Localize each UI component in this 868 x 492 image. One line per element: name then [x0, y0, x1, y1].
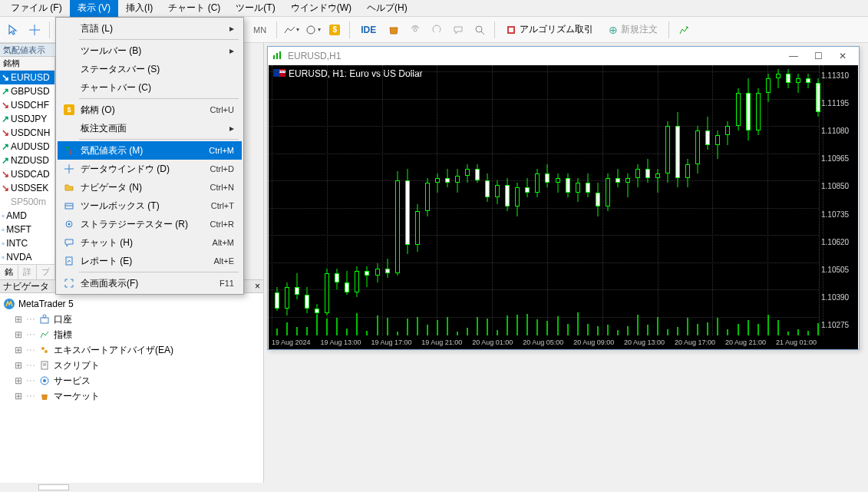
symbol-row-USDCAD[interactable]: ↘USDCAD [0, 167, 54, 181]
expander-icon[interactable]: ⊞ [14, 375, 23, 386]
maximize-button[interactable]: ☐ [807, 48, 830, 64]
symbol-row-EURUSD[interactable]: ↘EURUSD [0, 71, 54, 84]
menu-item[interactable]: 言語 (L)▸ [58, 19, 242, 38]
menu-item[interactable]: ストラテジーテスター (R)Ctrl+R [58, 215, 242, 233]
menu-item[interactable]: 全画面表示(F)F11 [58, 274, 242, 292]
vps-button[interactable] [427, 20, 447, 40]
nav-item-5[interactable]: ⊞⋯マーケット [0, 388, 263, 404]
y-label: 1.11080 [821, 127, 856, 135]
chart-area: EURUSD,H1 — ☐ ✕ EURUSD, H1: Euro vs US D… [264, 43, 868, 492]
menu-item[interactable]: ツールバー (B)▸ [58, 41, 242, 60]
menu-item[interactable]: ツールボックス (T)Ctrl+T [58, 196, 242, 215]
arrows-icon [62, 144, 76, 157]
menu-item[interactable]: ナビゲータ (N)Ctrl+N [58, 178, 242, 196]
nav-item-2[interactable]: ⊞⋯エキスパートアドバイザ(EA) [0, 342, 263, 358]
expander-icon[interactable]: ⊞ [14, 314, 23, 325]
crosshair-button[interactable] [25, 20, 45, 40]
symbol-row-GBPUSD[interactable]: ↗GBPUSD [0, 84, 54, 98]
autotrade-icon[interactable] [674, 20, 694, 40]
menu-5[interactable]: ウインドウ(W) [283, 0, 359, 17]
y-label: 1.10735 [821, 210, 856, 219]
menu-6[interactable]: ヘルプ(H) [359, 0, 415, 17]
symbol-row-USDCHF[interactable]: ↘USDCHF [0, 98, 54, 112]
menu-item[interactable]: $銘柄 (O)Ctrl+U [58, 101, 242, 119]
symbol-row-AMD[interactable]: ◦AMD [0, 209, 54, 223]
mw-tab-1[interactable]: 詳細 [18, 265, 37, 279]
menu-item[interactable]: チャット (H)Alt+M [58, 233, 242, 252]
chart-title-text: EURUSD,H1 [288, 51, 341, 61]
symbol-row-USDCNH[interactable]: ↘USDCNH [0, 126, 54, 140]
expander-icon[interactable]: ⊞ [14, 329, 23, 340]
minimize-button[interactable]: — [782, 48, 805, 64]
symbol-row-USDJPY[interactable]: ↗USDJPY [0, 112, 54, 126]
signal-button[interactable] [405, 20, 425, 40]
svg-point-15 [43, 379, 46, 382]
y-label: 1.10505 [821, 266, 856, 274]
y-label: 1.10620 [821, 238, 856, 246]
metatrader-icon [3, 298, 15, 310]
box-icon [62, 199, 76, 213]
chart-titlebar[interactable]: EURUSD,H1 — ☐ ✕ [268, 47, 859, 65]
nav-item-0[interactable]: ⊞⋯口座 [0, 312, 263, 327]
full-icon [62, 276, 76, 290]
chat-button[interactable] [448, 20, 468, 40]
svg-point-8 [43, 315, 46, 318]
cursor-button[interactable] [3, 20, 23, 40]
x-label: 20 Aug 21:00 [725, 338, 766, 346]
menu-item[interactable]: 板注文画面▸ [58, 119, 242, 137]
separator [49, 21, 50, 38]
separator [668, 21, 669, 38]
chat-icon [62, 236, 76, 249]
x-label: 20 Aug 01:00 [472, 338, 513, 346]
nav-icon-4 [38, 375, 51, 387]
new-order-button[interactable]: ⊕新規注文 [602, 20, 664, 40]
symbol-row-USDSEK[interactable]: ↘USDSEK [0, 181, 54, 195]
mw-tab-0[interactable]: 銘柄 [0, 265, 18, 279]
menu-item[interactable]: チャートバー (C) [58, 78, 242, 97]
nav-icon-2 [38, 344, 51, 356]
close-icon[interactable]: × [255, 281, 260, 292]
menu-3[interactable]: チャート (C) [160, 0, 228, 17]
menu-0[interactable]: ファイル (F) [3, 0, 70, 17]
nav-root[interactable]: MetaTrader 5 [0, 296, 263, 312]
dollar-icon-button[interactable]: $ [325, 20, 345, 40]
tf-MN[interactable]: MN [248, 21, 272, 39]
mw-column-header[interactable]: 銘柄 [0, 57, 54, 71]
market-button[interactable] [384, 20, 404, 40]
menu-4[interactable]: ツール(T) [228, 0, 282, 17]
market-watch-tabs: 銘柄詳細プライスボードティック [0, 264, 55, 279]
menu-item[interactable]: ステータスバー (S) [58, 60, 242, 78]
menu-2[interactable]: 挿入(I) [118, 0, 160, 17]
menu-1[interactable]: 表示 (V) [70, 0, 118, 17]
mw-tab-2[interactable]: プライスボード [37, 265, 55, 279]
menu-item[interactable]: レポート (E)Alt+E [58, 252, 242, 270]
nav-icon-3 [38, 359, 51, 371]
search-icon[interactable] [470, 20, 490, 40]
chart-canvas[interactable]: EURUSD, H1: Euro vs US Dollar 1.113101.1… [269, 65, 858, 349]
dollar-icon: $ [62, 103, 76, 117]
menu-item[interactable]: 気配値表示 (M)Ctrl+M [58, 141, 242, 160]
x-label: 20 Aug 05:00 [523, 338, 563, 346]
svg-point-10 [45, 350, 48, 353]
y-axis: 1.113101.111951.110801.109651.108501.107… [820, 65, 858, 335]
expander-icon[interactable]: ⊞ [14, 345, 23, 355]
symbol-row-NVDA[interactable]: ◦NVDA [0, 250, 54, 264]
nav-item-3[interactable]: ⊞⋯スクリプト [0, 358, 263, 373]
y-label: 1.11310 [821, 71, 856, 80]
bottom-tab[interactable] [38, 484, 69, 490]
symbol-row-INTC[interactable]: ◦INTC [0, 236, 54, 250]
algo-trading-button[interactable]: アルゴリズム取引 [500, 20, 601, 40]
indicator-button[interactable]: ▾ [303, 20, 323, 40]
expander-icon[interactable]: ⊞ [14, 360, 23, 371]
symbol-row-AUDUSD[interactable]: ↗AUDUSD [0, 140, 54, 154]
nav-item-4[interactable]: ⊞⋯サービス [0, 373, 263, 388]
ide-button[interactable]: IDE [355, 21, 382, 39]
symbol-row-SP500m[interactable]: SP500m [0, 195, 54, 209]
close-button[interactable]: ✕ [831, 48, 854, 64]
symbol-row-MSFT[interactable]: ◦MSFT [0, 223, 54, 236]
expander-icon[interactable]: ⊞ [14, 391, 23, 401]
line-chart-button[interactable]: ▾ [282, 20, 302, 40]
menu-item[interactable]: データウインドウ (D)Ctrl+D [58, 160, 242, 178]
nav-item-1[interactable]: ⊞⋯指標 [0, 327, 263, 342]
symbol-row-NZDUSD[interactable]: ↗NZDUSD [0, 154, 54, 167]
